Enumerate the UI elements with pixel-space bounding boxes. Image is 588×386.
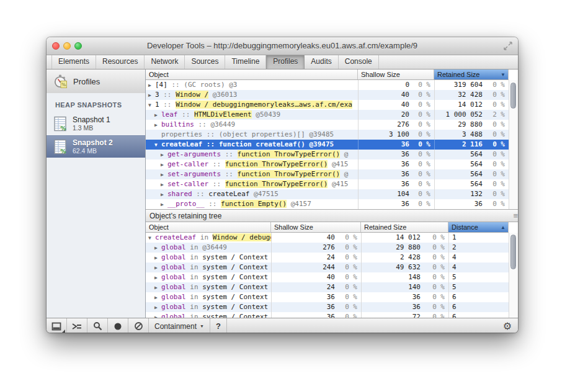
shallow-size-percent: 0 % bbox=[412, 130, 434, 140]
expander-icon[interactable]: ▶ bbox=[148, 91, 155, 100]
tab-audits[interactable]: Audits bbox=[305, 55, 338, 69]
expander-icon[interactable]: ▼ bbox=[148, 101, 155, 110]
tab-profiles[interactable]: Profiles bbox=[266, 55, 305, 69]
object-label-segment: :: bbox=[159, 101, 176, 109]
column-header-object[interactable]: Object bbox=[146, 222, 271, 232]
column-header-distance[interactable]: Distance ▲ bbox=[448, 222, 509, 232]
expander-icon[interactable]: ▶ bbox=[148, 81, 155, 90]
table-row[interactable]: properties :: (object properties)[] @394… bbox=[146, 130, 509, 140]
expander-icon[interactable]: ▶ bbox=[161, 170, 167, 179]
inspect-search-button[interactable] bbox=[87, 318, 108, 333]
shallow-size-percent: 0 % bbox=[412, 120, 434, 130]
expander-icon[interactable]: ▶ bbox=[154, 313, 161, 318]
table-row[interactable]: ▶shared :: createLeaf @475151040 %1320 % bbox=[146, 189, 509, 199]
table-row[interactable]: ▶global in system / Context @480360 %360… bbox=[146, 302, 509, 312]
expander-icon[interactable]: ▼ bbox=[148, 233, 155, 243]
expander-icon[interactable]: ▶ bbox=[154, 293, 161, 302]
retained-size-percent: 0 % bbox=[486, 120, 509, 130]
scrollbar-thumb[interactable] bbox=[510, 83, 516, 109]
table-row[interactable]: ▼1 :: Window / debuggingmemoryleaks…aws.… bbox=[146, 100, 509, 110]
table-row[interactable]: ▶global in system / Context @515240 %140… bbox=[146, 282, 509, 292]
expander-icon[interactable]: ▶ bbox=[161, 190, 167, 199]
column-header-retained-size[interactable]: Retained Size ▼ bbox=[434, 70, 509, 79]
table-row[interactable]: ▶global in system / Context @480360 %360… bbox=[146, 292, 509, 302]
table-row[interactable]: ▶3 :: Window / @36013400 %32 4280 % bbox=[146, 90, 509, 100]
chevron-down-icon: ▼ bbox=[200, 324, 204, 328]
retained-size-value: 36 bbox=[361, 302, 424, 312]
object-label-segment: Window / bbox=[176, 91, 208, 99]
shallow-size-percent: 0 % bbox=[338, 253, 361, 263]
object-label-segment: in bbox=[196, 233, 213, 241]
shallow-size-value: 40 bbox=[358, 100, 412, 110]
shallow-size-value: 20 bbox=[358, 110, 412, 120]
table-row[interactable]: ▶[4] :: (GC roots) @300 %319 6040 % bbox=[146, 80, 509, 90]
shallow-size-value: 244 bbox=[271, 263, 338, 272]
record-heap-button[interactable] bbox=[108, 318, 128, 333]
table-row[interactable]: ▶set-arguments :: function ThrowTypeErro… bbox=[146, 169, 509, 179]
expander-icon[interactable]: ▶ bbox=[154, 263, 161, 272]
expander-icon[interactable]: ▶ bbox=[161, 180, 167, 189]
table-row[interactable]: ▶get-arguments :: function ThrowTypeErro… bbox=[146, 150, 509, 159]
expander-icon[interactable]: ▶ bbox=[154, 253, 161, 263]
scrollbar-track[interactable] bbox=[509, 233, 518, 318]
table-row[interactable]: ▶global in system / Context @470400 %148… bbox=[146, 272, 509, 282]
scrollbar-track[interactable] bbox=[509, 80, 518, 209]
shallow-size-percent: 0 % bbox=[338, 233, 361, 243]
retained-size-value: 3 488 bbox=[434, 130, 486, 140]
table-row[interactable]: ▶leaf :: HTMLDivElement @50439200 %1 000… bbox=[146, 110, 509, 120]
help-button[interactable]: ? bbox=[210, 318, 227, 333]
expander-icon[interactable]: ▶ bbox=[154, 283, 161, 292]
close-button[interactable] bbox=[52, 42, 60, 50]
resize-corner-icon[interactable] bbox=[503, 41, 513, 51]
main-grid-header: Object Shallow Size Retained Size ▼ bbox=[146, 70, 509, 80]
expander-icon[interactable]: ▶ bbox=[161, 150, 167, 159]
expander-icon[interactable]: ▶ bbox=[154, 110, 161, 120]
expander-icon[interactable]: ▶ bbox=[154, 273, 161, 282]
table-row[interactable]: ▶builtins :: @364492760 %29 8800 % bbox=[146, 120, 509, 130]
table-row[interactable]: ▶global in system / Context @3952440 %49… bbox=[146, 263, 509, 272]
table-row[interactable]: ▶global in system / Context @49360 %720 … bbox=[146, 312, 509, 318]
table-row[interactable]: ▶get-caller :: function ThrowTypeError()… bbox=[146, 159, 509, 169]
table-row[interactable]: ▶global in @364492760 %29 8800 %2 bbox=[146, 243, 509, 253]
object-label-segment: @415 bbox=[327, 180, 348, 188]
sidebar-item-snapshot[interactable]: % Snapshot 1 1.3 MB bbox=[47, 113, 145, 135]
expander-icon[interactable]: ▶ bbox=[154, 120, 161, 130]
table-row[interactable]: ▶global in system / Context @515240 %2 4… bbox=[146, 253, 509, 263]
expander-icon[interactable]: ▶ bbox=[154, 303, 161, 312]
sidebar-item-snapshot[interactable]: % Snapshot 2 62.4 MB bbox=[47, 135, 145, 158]
expander-icon[interactable]: ▶ bbox=[161, 200, 167, 209]
table-row[interactable]: ▼createLeaf in Window / debugging400 %14… bbox=[146, 233, 509, 243]
shallow-size-percent: 0 % bbox=[412, 169, 434, 179]
retained-size-value: 29 880 bbox=[434, 120, 486, 130]
column-header-retained-size[interactable]: Retained Size bbox=[361, 222, 448, 232]
column-header-shallow-size[interactable]: Shallow Size bbox=[271, 222, 361, 232]
minimize-button[interactable] bbox=[63, 42, 71, 50]
object-label-segment: builtins bbox=[161, 120, 194, 128]
object-label-segment: function ThrowTypeError() bbox=[238, 150, 341, 158]
console-toggle-button[interactable] bbox=[67, 318, 87, 333]
table-row[interactable]: ▶set-caller :: function ThrowTypeError()… bbox=[146, 179, 509, 189]
table-row[interactable]: ▶__proto__ :: function Empty() @4157360 … bbox=[146, 199, 509, 209]
expander-icon[interactable]: ▶ bbox=[161, 160, 167, 169]
clear-profiles-button[interactable] bbox=[128, 318, 149, 333]
zoom-button[interactable] bbox=[74, 42, 82, 50]
tab-sources[interactable]: Sources bbox=[185, 55, 225, 69]
expander-icon[interactable]: ▼ bbox=[154, 140, 161, 150]
tab-timeline[interactable]: Timeline bbox=[225, 55, 266, 69]
column-header-object[interactable]: Object bbox=[146, 70, 358, 79]
expander-icon[interactable]: ▶ bbox=[154, 243, 161, 253]
section-menu-icon[interactable]: ≡ bbox=[513, 211, 518, 220]
containment-dropdown[interactable]: Containment ▼ bbox=[149, 318, 210, 333]
retained-size-value: 2 116 bbox=[434, 140, 486, 150]
settings-gear-icon[interactable]: ⚙ bbox=[497, 318, 518, 333]
tab-network[interactable]: Network bbox=[145, 55, 185, 69]
object-label-segment: system / Context bbox=[202, 313, 268, 318]
tab-resources[interactable]: Resources bbox=[96, 55, 145, 69]
table-row[interactable]: ▼createLeaf :: function createLeaf() @39… bbox=[146, 140, 509, 150]
tab-console[interactable]: Console bbox=[339, 55, 379, 69]
retained-size-percent: 0 % bbox=[486, 100, 509, 110]
tab-elements[interactable]: Elements bbox=[51, 55, 96, 69]
column-header-shallow-size[interactable]: Shallow Size bbox=[358, 70, 434, 79]
scrollbar-thumb[interactable] bbox=[510, 235, 516, 269]
dock-side-button[interactable] bbox=[47, 318, 67, 333]
